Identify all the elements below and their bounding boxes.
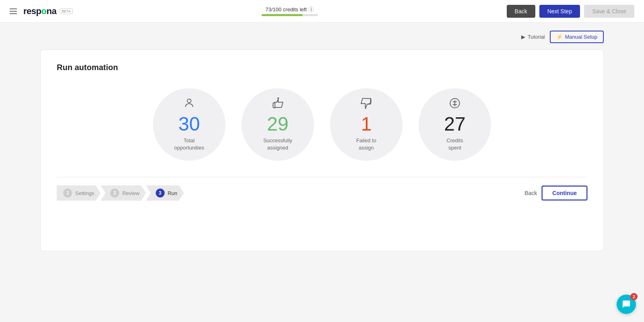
header-center: 73/100 credits left ℹ [262,6,318,16]
credits-info-icon[interactable]: ℹ [308,6,314,12]
step-label-run: Run [168,190,178,196]
stat-total: 30 Totalopportunities [153,88,225,161]
success-number: 29 [267,114,288,134]
dollar-circle-icon [449,98,460,111]
manual-setup-button[interactable]: ⚡ Manual Setup [550,31,604,43]
stat-credits: 27 Creditsspent [419,88,491,161]
continue-button[interactable]: Continue [542,186,587,200]
credits-text: 73/100 credits left [265,6,307,12]
card-footer: 1 Settings 2 Review 3 Run Back Continue [57,177,587,201]
beta-badge: BETA [60,8,73,14]
step-review: 2 Review [101,185,146,201]
logo-text: respona [23,6,56,17]
play-icon: ▶ [521,34,525,40]
step-num-2: 2 [110,189,119,197]
chat-notification-badge: 2 [630,293,638,300]
header-left: respona BETA [10,6,73,17]
thumbs-up-icon [272,98,283,111]
stats-row: 30 Totalopportunities 29 Successfullyass… [57,88,587,161]
save-close-button: Save & Close [584,5,634,18]
step-run: 3 Run [146,185,184,201]
step-label-review: Review [122,190,140,196]
credits-progress-bar [262,14,318,16]
footer-back-button[interactable]: Back [524,190,537,196]
footer-actions: Back Continue [524,186,587,200]
lightning-icon: ⚡ [556,34,563,40]
failed-label: Failed toassign [356,137,376,152]
person-icon [184,98,195,111]
step-num-1: 1 [63,189,72,197]
thumbs-down-icon [361,98,372,111]
main-content: ▶ Tutorial ⚡ Manual Setup Run automation… [0,23,644,259]
failed-number: 1 [361,114,372,134]
next-step-button[interactable]: Next Step [539,5,580,18]
stepper: 1 Settings 2 Review 3 Run [57,185,184,201]
tutorial-button[interactable]: ▶ Tutorial [521,31,545,43]
step-settings: 1 Settings [57,185,101,201]
top-actions: ▶ Tutorial ⚡ Manual Setup [40,31,604,43]
credits-display: 73/100 credits left ℹ [265,6,314,12]
credits-label: Creditsspent [446,137,463,152]
back-button[interactable]: Back [507,5,535,18]
svg-point-0 [187,99,191,102]
credits-progress-fill [262,14,303,16]
hamburger-menu[interactable] [10,8,17,14]
header: respona BETA 73/100 credits left ℹ Back … [0,0,644,23]
success-label: Successfullyassigned [263,137,292,152]
stat-success: 29 Successfullyassigned [242,88,314,161]
credits-number: 27 [444,114,465,134]
header-right: Back Next Step Save & Close [507,5,634,18]
step-num-3: 3 [156,189,165,197]
step-label-settings: Settings [75,190,94,196]
main-card: Run automation 30 Totalopportunities [40,50,604,251]
manual-setup-label: Manual Setup [565,34,597,40]
logo: respona BETA [23,6,73,17]
tutorial-label: Tutorial [528,34,545,40]
card-title: Run automation [57,63,587,72]
chat-bubble[interactable]: 2 [617,295,636,314]
total-label: Totalopportunities [174,137,204,152]
total-number: 30 [178,114,200,134]
stat-failed: 1 Failed toassign [330,88,402,161]
